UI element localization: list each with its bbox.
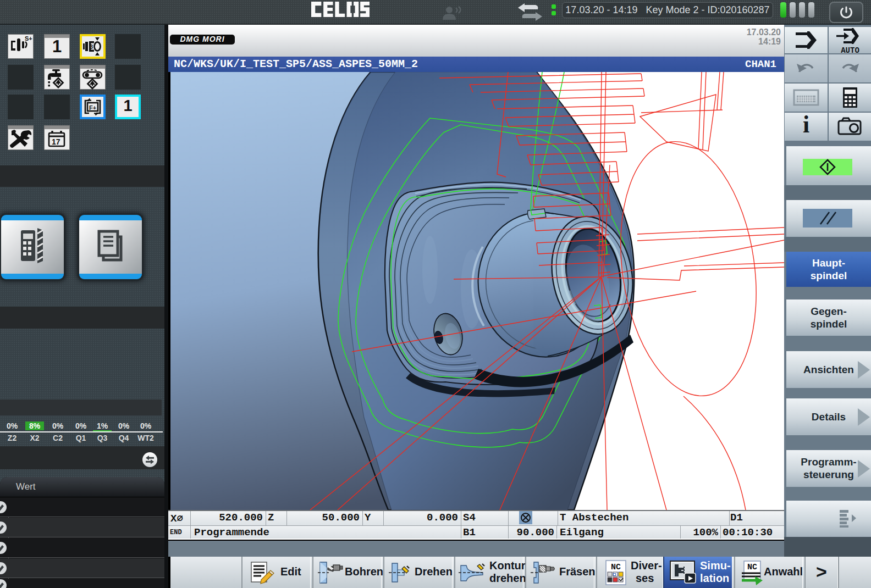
svg-text:17: 17 [52,137,60,146]
svg-text:NC: NC [611,563,621,572]
svg-text:F+: F+ [89,104,96,111]
svg-text:S+: S+ [25,35,32,42]
svg-text:3: 3 [90,44,93,50]
svg-text:AUTO: AUTO [841,46,859,53]
svg-text:NC: NC [747,563,757,572]
